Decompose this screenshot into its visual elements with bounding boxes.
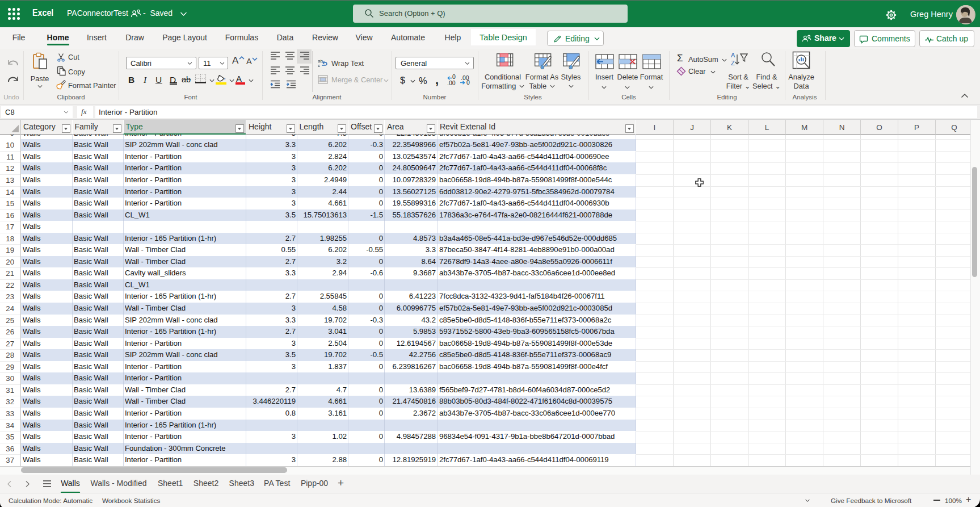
svg-text:A: A [731, 52, 735, 58]
svg-text:Z: Z [731, 60, 735, 66]
svg-text:c: c [318, 63, 320, 68]
